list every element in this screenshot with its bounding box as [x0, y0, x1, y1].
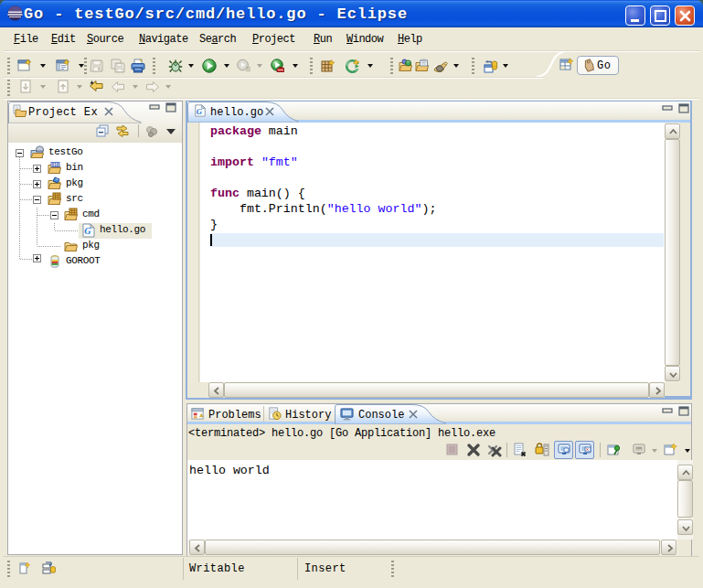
- svg-text:010: 010: [52, 163, 59, 167]
- svg-text:G: G: [84, 226, 91, 236]
- svg-text:G: G: [197, 107, 203, 116]
